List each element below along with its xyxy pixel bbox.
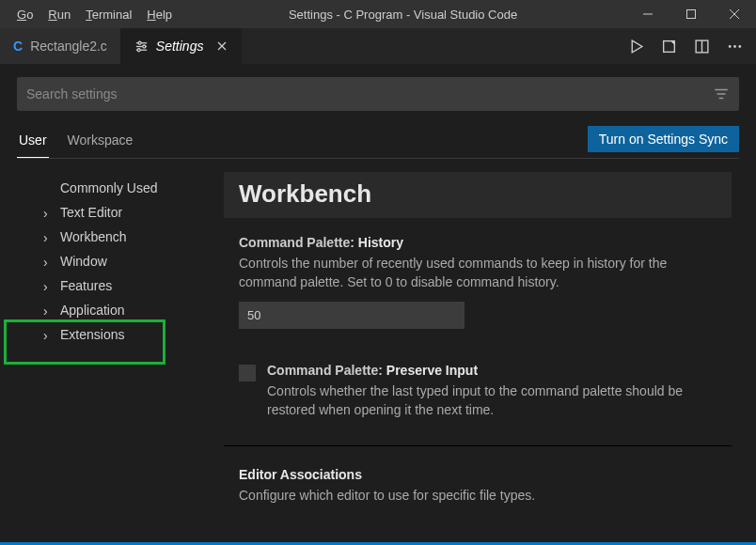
menu-go[interactable]: Go bbox=[9, 4, 40, 25]
tree-application[interactable]: › Application bbox=[17, 298, 224, 322]
tree-window[interactable]: › Window bbox=[17, 249, 224, 273]
minimize-button[interactable] bbox=[626, 0, 669, 28]
setting-description: Controls the number of recently used com… bbox=[239, 254, 717, 292]
chevron-right-icon: › bbox=[43, 255, 48, 270]
chevron-right-icon: › bbox=[43, 304, 48, 319]
close-button[interactable] bbox=[713, 0, 756, 28]
window-title: Settings - C Program - Visual Studio Cod… bbox=[180, 8, 626, 22]
tab-settings[interactable]: Settings bbox=[121, 28, 243, 64]
section-title: Workbench bbox=[239, 179, 717, 209]
settings-main: Workbench Command Palette: History Contr… bbox=[224, 172, 739, 542]
tree-extensions[interactable]: › Extensions bbox=[17, 322, 224, 347]
tab-settings-label: Settings bbox=[156, 39, 204, 54]
setting-label: Command Palette: Preserve Input bbox=[267, 363, 717, 378]
chevron-right-icon: › bbox=[43, 230, 48, 245]
editor-actions bbox=[628, 28, 756, 64]
settings-sync-button[interactable]: Turn on Settings Sync bbox=[588, 126, 739, 152]
settings-sliders-icon bbox=[134, 39, 149, 54]
svg-marker-12 bbox=[632, 40, 642, 53]
chevron-right-icon: › bbox=[43, 279, 48, 294]
svg-point-9 bbox=[137, 48, 140, 51]
maximize-button[interactable] bbox=[669, 0, 713, 28]
filter-icon[interactable] bbox=[713, 86, 730, 102]
split-editor-icon[interactable] bbox=[694, 39, 710, 54]
history-input[interactable] bbox=[239, 302, 465, 329]
settings-tree: Commonly Used › Text Editor › Workbench … bbox=[17, 172, 224, 542]
scope-tab-workspace[interactable]: Workspace bbox=[66, 127, 135, 157]
tree-workbench[interactable]: › Workbench bbox=[17, 225, 224, 249]
tree-commonly-used[interactable]: Commonly Used bbox=[17, 176, 224, 200]
search-settings-input[interactable] bbox=[26, 86, 713, 101]
scope-tabs: User Workspace Turn on Settings Sync bbox=[17, 126, 739, 159]
setting-command-palette-preserve-input: Command Palette: Preserve Input Controls… bbox=[224, 346, 732, 437]
preserve-input-checkbox[interactable] bbox=[239, 365, 256, 382]
svg-rect-1 bbox=[687, 10, 696, 19]
svg-point-7 bbox=[143, 45, 146, 48]
tree-features[interactable]: › Features bbox=[17, 273, 224, 298]
setting-label: Editor Associations bbox=[239, 467, 717, 482]
setting-command-palette-history: Command Palette: History Controls the nu… bbox=[224, 233, 732, 346]
tab-bar: C Rectangle2.c Settings bbox=[0, 28, 756, 64]
setting-editor-associations: Editor Associations Configure which edit… bbox=[224, 445, 732, 522]
tab-file[interactable]: C Rectangle2.c bbox=[0, 28, 121, 64]
scope-tab-user[interactable]: User bbox=[17, 127, 49, 158]
tab-file-label: Rectangle2.c bbox=[30, 39, 107, 54]
svg-point-5 bbox=[138, 41, 141, 44]
window-controls bbox=[626, 0, 756, 28]
more-actions-icon[interactable] bbox=[727, 39, 743, 54]
menu-terminal[interactable]: Terminal bbox=[78, 4, 139, 25]
svg-point-16 bbox=[729, 45, 732, 48]
menu-bar: Go Run Terminal Help bbox=[0, 4, 180, 25]
title-bar: Go Run Terminal Help Settings - C Progra… bbox=[0, 0, 756, 28]
open-settings-json-icon[interactable] bbox=[661, 39, 677, 54]
setting-description: Configure which editor to use for specif… bbox=[239, 486, 717, 505]
setting-label: Command Palette: History bbox=[239, 235, 717, 250]
svg-point-17 bbox=[733, 45, 736, 48]
chevron-right-icon: › bbox=[43, 328, 48, 343]
menu-run[interactable]: Run bbox=[40, 4, 78, 25]
run-icon[interactable] bbox=[628, 39, 644, 54]
menu-help[interactable]: Help bbox=[139, 4, 180, 25]
setting-description: Controls whether the last typed input to… bbox=[267, 382, 717, 420]
search-settings-wrap bbox=[17, 77, 739, 111]
chevron-right-icon: › bbox=[43, 206, 48, 221]
section-header: Workbench bbox=[224, 172, 732, 218]
close-tab-icon[interactable] bbox=[216, 40, 228, 52]
tree-text-editor[interactable]: › Text Editor bbox=[17, 200, 224, 225]
c-file-icon: C bbox=[13, 39, 23, 54]
svg-point-18 bbox=[738, 45, 741, 48]
